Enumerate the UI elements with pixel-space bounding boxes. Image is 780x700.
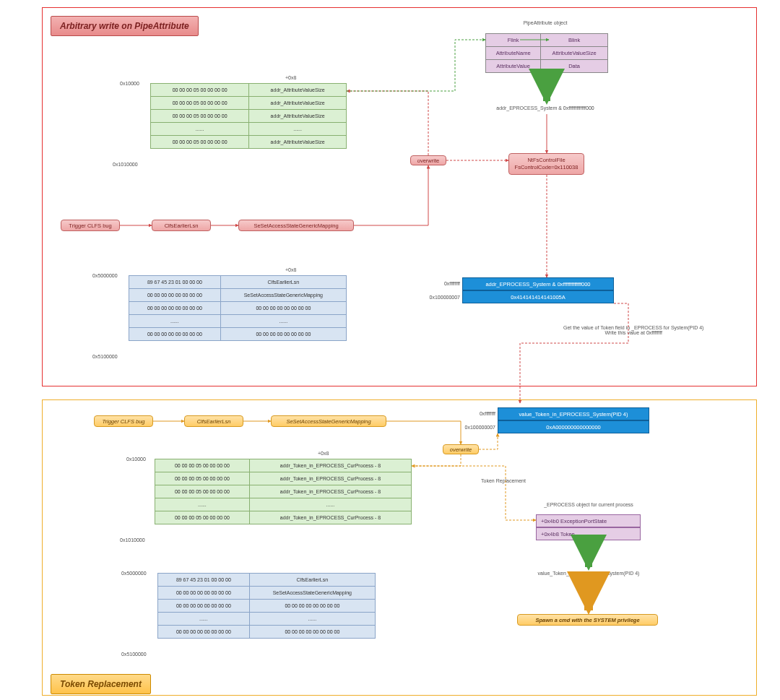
pipeattr-table: FlinkBlink AttributeNameAttributeValueSi…: [485, 33, 608, 73]
greentbl1-top: 0x10000: [120, 81, 139, 86]
cell-attrvalue: AttributeValue: [486, 60, 541, 73]
eproc-title: _EPROCESS object for current process: [513, 502, 664, 507]
spawn-box: Spawn a cmd with the SYSTEM privilege: [517, 614, 658, 626]
greentbl2: 00 00 00 05 00 00 00 00addr_Token_in_EPR…: [155, 459, 412, 524]
bw1-v1: addr_EPROCESS_System & 0xfffffffffffff00…: [462, 277, 614, 290]
cell-data: Data: [541, 60, 608, 73]
bw2-v1: value_Token_in_EPROCESS_System(PID 4): [498, 407, 649, 420]
ntfs-l2: FsControlCode=0x110038: [515, 164, 578, 171]
pipeattr-title: PipeAttribute object: [484, 20, 607, 25]
chain2-clfs: ClfsEarlierLsn: [184, 415, 243, 427]
cell-flink: Flink: [486, 34, 541, 47]
bluetbl1-hdr: +0x8: [285, 267, 296, 272]
greentbl1-bot: 0x1010000: [113, 162, 138, 167]
note-token: Get the value of Token field in _EPROCES…: [563, 325, 703, 335]
panel-token-replacement: [42, 399, 757, 696]
title-panel2: Token Replacement: [51, 674, 151, 694]
cell-attrname: AttributeName: [486, 47, 541, 60]
bw2-a2: 0x100000007: [456, 425, 495, 430]
greentbl2-hdr: +0x8: [318, 451, 329, 456]
bw1-v2: 0x414141414141005A: [462, 290, 614, 303]
overwrite-box2: overwrite: [443, 444, 479, 454]
cell-blink: Blink: [541, 34, 608, 47]
bluetbl1: 89 67 45 23 01 00 00 00ClfsEarlierLsn 00…: [129, 275, 347, 341]
bluetbl2-top: 0x5000000: [121, 571, 147, 576]
chain1-seset: SeSetAccessStateGenericMapping: [238, 220, 354, 231]
bluetbl1-top: 0x5000000: [92, 273, 118, 278]
chain2-seset: SeSetAccessStateGenericMapping: [271, 415, 386, 427]
bw1-a1: 0xffffffff: [424, 281, 460, 286]
chain2-trigger: Trigger CLFS bug: [94, 415, 153, 427]
token-repl-label: Token Replacement: [464, 478, 543, 483]
ntfs-box: NtFsControlFile FsControlCode=0x110038: [508, 153, 584, 175]
eproc-row1: +0x4b8 Token: [536, 527, 641, 540]
greentbl1: 00 00 00 05 00 00 00 00addr_AttributeVal…: [150, 83, 347, 149]
bluetbl2-bot: 0x5100000: [121, 652, 147, 657]
bluetbl2: 89 67 45 23 01 00 00 00ClfsEarlierLsn 00…: [157, 573, 376, 639]
bw2-v2: 0xA000000000000000: [498, 420, 649, 433]
greentbl2-top: 0x10000: [126, 457, 146, 462]
addr-mask: addr_EPROCESS_System & 0xfffffffffffff00…: [469, 105, 621, 111]
greentbl2-bot: 0x1010000: [120, 537, 145, 543]
bw1-a2: 0x100000007: [420, 295, 460, 300]
chain1-clfs: ClfsEarlierLsn: [152, 220, 211, 231]
title-panel1: Arbitrary write on PipeAttribute: [51, 16, 199, 36]
diagram-canvas: Arbitrary write on PipeAttribute Token R…: [0, 0, 780, 700]
overwrite-box1: overwrite: [410, 155, 446, 165]
bluetbl1-bot: 0x5100000: [92, 354, 118, 359]
cell-attrvaluesize: AttributeValueSize: [541, 47, 608, 60]
value-token: value_Token_in_EPROCESS_System(PID 4): [513, 571, 664, 576]
bw2-a1: 0xffffffff: [459, 411, 495, 416]
greentbl1-hdr: +0x8: [285, 75, 296, 80]
ntfs-l1: NtFsControlFile: [527, 157, 565, 164]
chain1-trigger: Trigger CLFS bug: [61, 220, 120, 231]
eproc-row0: +0x4b0 ExceptionPortState: [536, 514, 641, 527]
